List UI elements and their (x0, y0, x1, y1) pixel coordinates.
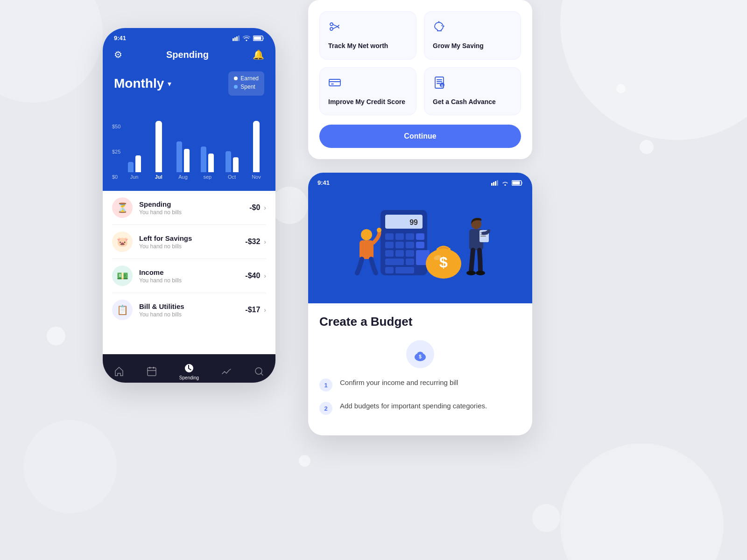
svg-rect-16 (493, 182, 494, 186)
chevron-bills: › (264, 306, 266, 314)
bars-container: Jun Jul Aug (124, 114, 266, 180)
time-right: 9:41 (317, 179, 330, 186)
battery-icon-right (512, 180, 523, 186)
status-bar-left: 9:41 (114, 28, 264, 45)
wifi-icon-right (501, 180, 509, 186)
earned-dot (234, 77, 238, 80)
phone-body: ⏳ Spending You hand no bills -$0 › 🐷 Lef… (103, 182, 275, 354)
svg-rect-51 (480, 236, 486, 237)
bar-jul: Jul (149, 121, 169, 180)
expense-income[interactable]: 💵 Income You hand no bills -$40 › (112, 259, 266, 293)
svg-rect-17 (495, 181, 496, 186)
phone-right: 9:41 (308, 173, 532, 435)
monthly-row: Monthly ▾ Earned Spent (114, 71, 264, 96)
svg-rect-29 (406, 233, 414, 240)
chevron-income: › (264, 272, 266, 280)
bar-nov: Nov (247, 121, 266, 180)
time-left: 9:41 (114, 35, 126, 42)
spending-info: Spending You hand no bills (139, 200, 249, 216)
nav-calendar[interactable] (147, 366, 157, 377)
income-info: Income You hand no bills (139, 268, 245, 284)
spent-dot (234, 85, 238, 89)
svg-rect-6 (148, 368, 156, 376)
savings-icon: 🐷 (112, 231, 133, 252)
chart: $50 $25 $0 Jun (112, 114, 266, 180)
battery-icon-left (253, 35, 264, 41)
monthly-label[interactable]: Monthly ▾ (114, 76, 171, 91)
bottom-nav: Spending (103, 354, 275, 383)
svg-rect-39 (385, 259, 404, 265)
expense-savings[interactable]: 🐷 Left for Savings You hand no bills -$3… (112, 225, 266, 259)
svg-rect-22 (359, 240, 374, 259)
step-2: 2 Add budgets for important spending cat… (319, 401, 521, 415)
bar-jun: Jun (124, 121, 144, 180)
money-bag-illus: $ (423, 233, 465, 282)
svg-rect-31 (385, 242, 394, 248)
svg-point-53 (476, 271, 485, 275)
credit-card-icon (328, 76, 408, 92)
y-label-50: $50 (112, 124, 120, 129)
signal-icon (233, 35, 240, 41)
step-1: 1 Confirm your income and recurring bill (319, 378, 521, 392)
svg-rect-11 (329, 79, 340, 86)
goal-credit[interactable]: Improve My Credit Score (319, 67, 416, 116)
svg-text:$: $ (419, 354, 422, 359)
dropdown-icon: ▾ (168, 79, 171, 88)
budget-icon-center: $ (319, 340, 521, 368)
wifi-icon-left (243, 35, 250, 41)
goals-grid: Track My Net worth Grow My Saving Impro (319, 11, 521, 115)
person-left (350, 226, 383, 280)
nav-home[interactable] (114, 366, 124, 377)
svg-point-21 (361, 229, 372, 240)
spent-legend: Spent (234, 84, 259, 90)
nav-search[interactable] (254, 366, 264, 377)
bills-info: Bill & Utilities You hand no bills (139, 302, 245, 318)
bar-sep: sep (197, 121, 217, 180)
search-icon-nav (254, 366, 264, 377)
chevron-savings: › (264, 238, 266, 245)
settings-icon[interactable]: ⚙ (114, 49, 122, 60)
svg-text:99: 99 (409, 218, 418, 226)
illustration: 99 (308, 186, 532, 280)
spending-icon: ⏳ (112, 197, 133, 218)
doc-dollar-icon: $ (433, 76, 512, 92)
goal-cash[interactable]: $ Get a Cash Advance (424, 67, 521, 116)
goal-networth[interactable]: Track My Net worth (319, 11, 416, 60)
goal-saving[interactable]: Grow My Saving (424, 11, 521, 60)
bell-icon[interactable]: 🔔 (253, 49, 264, 60)
phone-left: 9:41 (103, 28, 275, 383)
step-1-text: Confirm your income and recurring bill (340, 378, 458, 388)
expense-bills[interactable]: 📋 Bill & Utilities You hand no bills -$1… (112, 293, 266, 327)
y-label-25: $25 (112, 149, 120, 154)
continue-button[interactable]: Continue (319, 125, 521, 148)
svg-rect-37 (406, 250, 414, 257)
phone-right-body: Create a Budget $ 1 Confirm your income … (308, 303, 532, 435)
expense-spending[interactable]: ⏳ Spending You hand no bills -$0 › (112, 191, 266, 225)
svg-point-10 (441, 25, 442, 26)
svg-rect-0 (233, 38, 234, 41)
chart-section: $50 $25 $0 Jun (103, 110, 275, 191)
step-1-num: 1 (319, 378, 332, 392)
svg-rect-27 (385, 233, 394, 240)
step-2-num: 2 (319, 402, 332, 415)
goals-card: Track My Net worth Grow My Saving Impro (308, 0, 532, 159)
nav-spending[interactable]: Spending (179, 363, 199, 380)
svg-rect-18 (497, 180, 498, 186)
bills-icon: 📋 (112, 300, 133, 320)
status-bar-right: 9:41 (308, 173, 532, 186)
y-labels: $50 $25 $0 (112, 124, 120, 180)
svg-rect-42 (395, 267, 414, 273)
nav-trends[interactable] (221, 366, 232, 377)
svg-rect-3 (238, 35, 240, 41)
svg-rect-5 (254, 36, 261, 40)
budget-title: Create a Budget (319, 315, 521, 329)
calculator: 99 (378, 208, 430, 280)
svg-point-23 (377, 228, 381, 232)
step-2-text: Add budgets for important spending categ… (340, 401, 487, 412)
piggy-icon (433, 20, 512, 36)
svg-rect-20 (513, 181, 520, 184)
trends-icon (221, 366, 232, 377)
scissors-icon (328, 20, 408, 36)
earned-legend: Earned (234, 75, 259, 82)
svg-point-9 (330, 28, 333, 30)
